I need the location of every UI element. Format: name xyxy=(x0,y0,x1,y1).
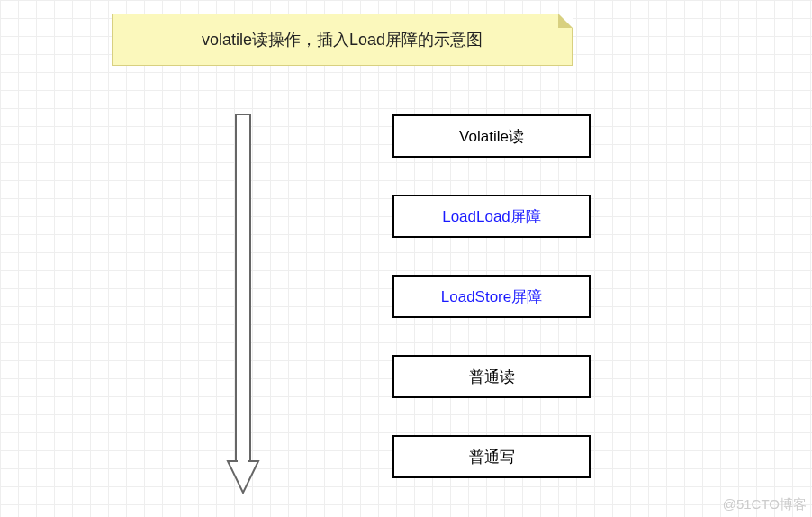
watermark-text: @51CTO博客 xyxy=(723,496,807,513)
node-label: LoadStore屏障 xyxy=(441,286,542,307)
flow-arrow-icon xyxy=(221,114,266,496)
folded-corner-icon xyxy=(558,14,573,28)
node-label: 普通读 xyxy=(469,367,515,387)
node-volatile-read: Volatile读 xyxy=(392,114,591,158)
node-label: Volatile读 xyxy=(459,126,524,147)
svg-marker-1 xyxy=(228,461,258,493)
svg-rect-0 xyxy=(236,114,250,461)
svg-rect-2 xyxy=(238,457,248,464)
diagram-title-text: volatile读操作，插入Load屏障的示意图 xyxy=(202,29,483,50)
node-label: 普通写 xyxy=(469,447,515,467)
diagram-title-box: volatile读操作，插入Load屏障的示意图 xyxy=(112,14,573,66)
node-loadstore-barrier: LoadStore屏障 xyxy=(392,275,591,318)
node-label: LoadLoad屏障 xyxy=(442,206,541,227)
node-loadload-barrier: LoadLoad屏障 xyxy=(392,195,591,238)
node-normal-read: 普通读 xyxy=(392,355,591,398)
node-normal-write: 普通写 xyxy=(392,435,591,478)
